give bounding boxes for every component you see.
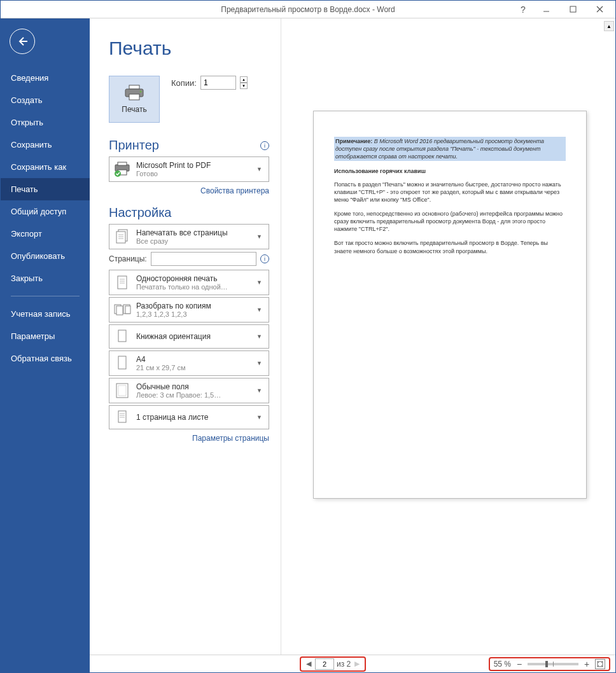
- print-button-label: Печать: [122, 105, 146, 114]
- svg-rect-13: [116, 232, 125, 243]
- pages-info-icon[interactable]: i: [260, 254, 269, 263]
- printer-info-icon[interactable]: i: [260, 141, 269, 150]
- print-preview-pane: ▲ Примечание: В Microsoft Word 2016 пред…: [281, 18, 615, 655]
- sidebar-item-feedback[interactable]: Обратная связь: [1, 347, 90, 370]
- page-number-input[interactable]: [315, 658, 334, 670]
- dropdown-arrow-icon: ▼: [254, 279, 265, 286]
- zoom-fit-button[interactable]: [595, 659, 605, 669]
- printer-section-title: Принтер: [109, 138, 159, 153]
- svg-rect-29: [118, 411, 126, 422]
- printer-name: Microsoft Print to PDF: [136, 161, 249, 170]
- margins-dropdown[interactable]: Обычные поля Левое: 3 см Правое: 1,5… ▼: [109, 378, 269, 403]
- svg-rect-25: [118, 330, 126, 342]
- zoom-in-button[interactable]: +: [582, 659, 591, 669]
- paper-icon: [113, 354, 131, 372]
- maximize-button[interactable]: [559, 1, 586, 18]
- copies-input[interactable]: [200, 76, 236, 90]
- sides-dropdown[interactable]: Односторонняя печать Печатать только на …: [109, 270, 269, 295]
- preview-paragraph-1: Попасть в раздел "Печать" можно и значит…: [334, 181, 566, 204]
- scroll-up-icon[interactable]: ▲: [604, 21, 614, 31]
- page-per-sheet-icon: [113, 408, 131, 426]
- close-button[interactable]: [586, 1, 613, 18]
- svg-rect-6: [129, 94, 139, 100]
- pages-stack-icon: [113, 228, 131, 246]
- printer-icon: [124, 85, 144, 101]
- sidebar-item-open[interactable]: Открыть: [1, 111, 90, 134]
- print-range-dropdown[interactable]: Напечатать все страницы Все сразу ▼: [109, 224, 269, 249]
- help-button[interactable]: ?: [514, 1, 533, 18]
- sidebar-item-close[interactable]: Закрыть: [1, 267, 90, 289]
- collate-icon: [113, 301, 131, 319]
- sidebar-item-info[interactable]: Сведения: [1, 67, 90, 89]
- dropdown-arrow-icon: ▼: [254, 360, 265, 366]
- sidebar-item-share[interactable]: Общий доступ: [1, 200, 90, 223]
- printer-status: Готово: [136, 170, 249, 177]
- document-title: Предварительный просмотр в Ворде.docx - …: [221, 5, 395, 14]
- print-range-sub: Все сразу: [136, 237, 249, 245]
- sidebar-item-publish[interactable]: Опубликовать: [1, 245, 90, 267]
- preview-note-prefix: Примечание:: [335, 138, 372, 144]
- sidebar-item-new[interactable]: Создать: [1, 89, 90, 111]
- margins-title: Обычные поля: [136, 382, 249, 391]
- svg-point-11: [115, 170, 121, 177]
- dropdown-arrow-icon: ▼: [254, 233, 265, 240]
- collate-sub: 1,2,3 1,2,3 1,2,3: [136, 310, 249, 318]
- sidebar-item-export[interactable]: Экспорт: [1, 223, 90, 245]
- zoom-out-button[interactable]: −: [515, 659, 524, 669]
- dropdown-arrow-icon: ▼: [254, 166, 265, 172]
- back-button[interactable]: [10, 29, 35, 54]
- pages-label: Страницы:: [109, 254, 147, 263]
- sidebar-item-print[interactable]: Печать: [1, 178, 90, 200]
- svg-rect-24: [125, 306, 130, 314]
- svg-rect-9: [118, 162, 127, 165]
- copies-label: Копии:: [171, 78, 197, 88]
- print-button[interactable]: Печать: [109, 76, 160, 123]
- zoom-slider[interactable]: [528, 663, 578, 665]
- svg-rect-26: [118, 356, 126, 369]
- dropdown-arrow-icon: ▼: [254, 414, 265, 420]
- settings-section-title: Настройка: [109, 205, 269, 220]
- orientation-title: Книжная ориентация: [136, 332, 249, 341]
- sidebar-item-account[interactable]: Учетная запись: [1, 303, 90, 325]
- pages-per-sheet-title: 1 страница на листе: [136, 413, 249, 422]
- sides-sub: Печатать только на одной…: [136, 283, 249, 291]
- pages-input[interactable]: [151, 252, 256, 266]
- printer-ready-icon: [113, 160, 131, 178]
- sides-title: Односторонняя печать: [136, 274, 249, 283]
- copies-spinner-down[interactable]: ▼: [240, 83, 248, 89]
- prev-page-button[interactable]: ◀: [305, 660, 312, 668]
- preview-heading: Использование горячих клавиш: [334, 167, 566, 175]
- paper-size-dropdown[interactable]: A4 21 см x 29,7 см ▼: [109, 350, 269, 376]
- pages-per-sheet-dropdown[interactable]: 1 страница на листе ▼: [109, 405, 269, 429]
- print-settings-panel: Печать Печать Копии: ▲ ▼ Принтер i: [90, 18, 281, 655]
- sidebar-item-save[interactable]: Сохранить: [1, 134, 90, 156]
- collate-dropdown[interactable]: Разобрать по копиям 1,2,3 1,2,3 1,2,3 ▼: [109, 297, 269, 323]
- next-page-button[interactable]: ▶: [353, 660, 361, 668]
- printer-dropdown[interactable]: Microsoft Print to PDF Готово ▼: [109, 156, 269, 182]
- collate-title: Разобрать по копиям: [136, 302, 249, 310]
- page-count-label: из 2: [337, 660, 351, 669]
- svg-rect-4: [129, 85, 139, 89]
- status-bar: ◀ из 2 ▶ 55 % − +: [90, 655, 615, 672]
- paper-size-title: A4: [136, 355, 249, 364]
- dropdown-arrow-icon: ▼: [254, 387, 265, 394]
- copies-spinner: ▲ ▼: [240, 76, 248, 89]
- sidebar-item-options[interactable]: Параметры: [1, 325, 90, 347]
- preview-scrollbar[interactable]: ▲: [604, 21, 614, 652]
- preview-paragraph-2: Кроме того, непосредственно из основного…: [334, 210, 566, 233]
- zoom-control: 55 % − +: [489, 657, 610, 671]
- print-range-title: Напечатать все страницы: [136, 228, 249, 237]
- single-side-icon: [113, 274, 131, 291]
- sidebar-separator: [11, 296, 80, 296]
- page-setup-link[interactable]: Параметры страницы: [109, 431, 269, 453]
- preview-paragraph-3: Вот так просто можно включить предварите…: [334, 239, 566, 254]
- paper-size-sub: 21 см x 29,7 см: [136, 364, 249, 371]
- sidebar-item-saveas[interactable]: Сохранить как: [1, 156, 90, 178]
- printer-properties-link[interactable]: Свойства принтера: [109, 184, 269, 205]
- minimize-button[interactable]: [533, 1, 559, 18]
- margins-sub: Левое: 3 см Правое: 1,5…: [136, 391, 249, 399]
- backstage-sidebar: Сведения Создать Открыть Сохранить Сохра…: [1, 18, 90, 673]
- copies-spinner-up[interactable]: ▲: [240, 76, 248, 83]
- orientation-dropdown[interactable]: Книжная ориентация ▼: [109, 324, 269, 349]
- page-heading: Печать: [109, 38, 269, 59]
